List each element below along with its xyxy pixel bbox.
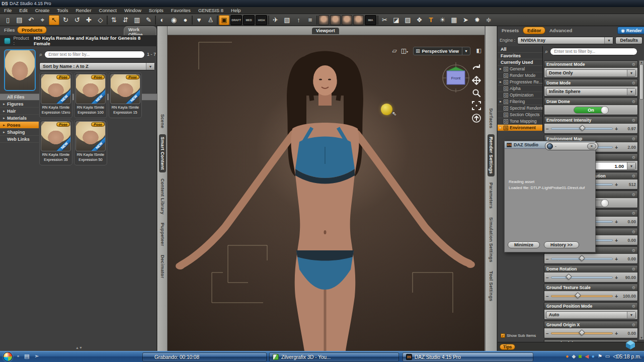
group-item[interactable]: All: [498, 46, 542, 53]
gear-icon[interactable]: ⚙: [632, 174, 635, 178]
image-editor-icon[interactable]: ▧: [282, 15, 292, 25]
slider-track[interactable]: [551, 332, 613, 334]
sort-dropdown[interactable]: Sort by Name : A to Z ▼: [39, 62, 155, 70]
toggle-knob[interactable]: [601, 106, 609, 114]
chevron-down-icon[interactable]: ▼: [627, 312, 635, 318]
zoom-icon[interactable]: [472, 88, 481, 98]
group-item[interactable]: Currently Used: [498, 59, 542, 66]
separator[interactable]: [377, 16, 378, 25]
category-item[interactable]: ►Poses: [0, 122, 39, 129]
settings-tree-item[interactable]: ► G Optimization: [498, 92, 542, 99]
bucket-tool-icon[interactable]: ▥: [132, 15, 142, 25]
slider-track[interactable]: [551, 277, 613, 279]
timeline-icon[interactable]: ≡: [305, 15, 315, 25]
hand-tool-icon[interactable]: ❖: [414, 15, 425, 25]
aux-viewport-icon[interactable]: ▣: [219, 15, 229, 25]
menu-item[interactable]: Tools: [57, 8, 68, 13]
quick-launch-app-icon[interactable]: ➣: [34, 353, 39, 359]
increment-button[interactable]: +: [615, 238, 618, 243]
chevron-down-icon[interactable]: ▼: [627, 162, 635, 169]
node-selection-tool-icon[interactable]: ↖: [49, 15, 59, 25]
sliders-icon[interactable]: ≑: [484, 15, 494, 25]
figure-icon[interactable]: ♙: [205, 15, 216, 25]
orbit-icon[interactable]: [472, 63, 481, 72]
brush-tool-icon[interactable]: ✎: [143, 15, 154, 25]
chevron-down-icon[interactable]: ▼: [604, 37, 613, 44]
content-item[interactable]: Pose NEW ☺ RN Kayla !Smile Expression !Z…: [39, 72, 72, 118]
node-edit-icon[interactable]: ◪: [391, 15, 401, 25]
settings-tree-item[interactable]: ► G Progressive Re...: [498, 79, 542, 85]
dock-tab[interactable]: Simulation Settings: [488, 215, 495, 265]
undo-icon[interactable]: ↶: [26, 15, 36, 25]
gear-icon[interactable]: ⚙: [632, 118, 635, 123]
settings-tree-item[interactable]: ► G General: [498, 66, 542, 72]
draft-render-button[interactable]: DRAFT: [230, 15, 242, 25]
action-center-tray-icon[interactable]: ⚑: [598, 353, 602, 359]
expand-arrow-icon[interactable]: ►: [499, 126, 502, 129]
antivirus-tray-icon[interactable]: ◆: [572, 353, 576, 359]
orbit-tool-icon[interactable]: ↺: [72, 15, 83, 25]
frame-icon[interactable]: [472, 101, 481, 110]
group-item[interactable]: Favorites: [498, 53, 542, 59]
chevron-down-icon[interactable]: ▼: [146, 63, 154, 70]
dock-tab[interactable]: Puppeteer: [159, 220, 166, 249]
content-item-thumbnail[interactable]: Pose NEW ☺: [110, 74, 140, 104]
increment-button[interactable]: +: [615, 256, 618, 262]
separator[interactable]: [217, 16, 218, 25]
settings-tree-item[interactable]: ► G Filtering: [498, 99, 542, 105]
dock-tab[interactable]: Decimator: [159, 252, 166, 281]
clear-map-button[interactable]: ✕: [587, 143, 596, 149]
filter-input[interactable]: [44, 51, 145, 58]
clapper-icon[interactable]: ▦: [449, 15, 459, 25]
settings-tree-item[interactable]: ► G Section Objects: [498, 112, 542, 118]
gear-icon[interactable]: ⚙: [632, 286, 635, 290]
dock-tab[interactable]: Scene: [159, 112, 166, 131]
product-thumbnail[interactable]: [4, 49, 36, 91]
toggle-knob[interactable]: [601, 199, 609, 207]
slider-handle[interactable]: [579, 255, 585, 261]
category-item[interactable]: ►Hair: [0, 108, 39, 115]
display-tray-icon[interactable]: ▭: [605, 353, 610, 359]
taskbar-button-grabando[interactable]: Grabando: 00:10:08: [142, 352, 267, 361]
menu-item[interactable]: Edit: [19, 8, 27, 13]
menu-item[interactable]: File: [4, 8, 12, 13]
menu-item[interactable]: Scripts: [149, 8, 164, 13]
show-sub-items-row[interactable]: ✓ Show Sub Items: [499, 332, 543, 339]
light-probe-sphere[interactable]: [381, 104, 392, 115]
scrollbar[interactable]: ▲▼: [639, 60, 644, 340]
menu-item[interactable]: Favorites: [171, 8, 191, 13]
desktop-shortcut-icon[interactable]: [625, 340, 635, 352]
content-item-thumbnail[interactable]: Pose NEW ☺: [41, 74, 71, 104]
pose-tool-icon[interactable]: ✈: [270, 15, 281, 25]
tab-products[interactable]: Products: [17, 26, 47, 34]
dock-tab[interactable]: Content Library: [159, 176, 166, 217]
gear-icon[interactable]: ⚙: [632, 193, 635, 197]
camera-cube-icon[interactable]: ◫▾: [401, 47, 408, 54]
slider-handle[interactable]: [579, 125, 586, 131]
render-button[interactable]: ◉Render: [617, 27, 644, 34]
camera-selector[interactable]: ⊞ Perspective View ▼: [413, 47, 470, 55]
scrollbar-thumb[interactable]: [639, 64, 643, 100]
expand-arrow-icon[interactable]: ►: [3, 124, 6, 127]
chevron-down-icon[interactable]: ▼: [627, 88, 635, 95]
expand-arrow-icon[interactable]: ►: [3, 110, 6, 113]
gear-icon[interactable]: ⚙: [632, 211, 635, 216]
content-item-thumbnail[interactable]: Pose NEW ☺: [75, 74, 106, 104]
tips-button[interactable]: Tips: [500, 344, 515, 350]
save-icon[interactable]: ▤: [14, 15, 25, 25]
taskbar-button-daz-studio[interactable]: DS DAZ Studio 4.15 Pro: [403, 352, 533, 361]
content-item[interactable]: Pose NEW ☺ RN Kayla !Smile Expression 15: [109, 72, 142, 118]
separator[interactable]: [316, 16, 317, 25]
lens-icon[interactable]: ◐: [157, 15, 168, 25]
view-cube[interactable]: Front: [439, 60, 472, 96]
spray-tool-icon[interactable]: ⇵: [120, 15, 131, 25]
parameter-dropdown[interactable]: Infinite Sphere ▼: [546, 88, 636, 96]
translate-tool-icon[interactable]: ✚: [84, 15, 94, 25]
light-icon[interactable]: ☀: [437, 15, 448, 25]
content-item[interactable]: Pose NEW ☺ RN Kayla !Smile Expression 50: [74, 120, 107, 165]
expand-arrow-icon[interactable]: ►: [499, 67, 502, 70]
show-desktop-button[interactable]: ▫: [17, 353, 19, 359]
bluetooth-tray-icon[interactable]: ●: [592, 353, 595, 359]
parameter-toggle[interactable]: On: [574, 107, 609, 114]
dock-tab[interactable]: Tool Settings: [488, 268, 495, 304]
